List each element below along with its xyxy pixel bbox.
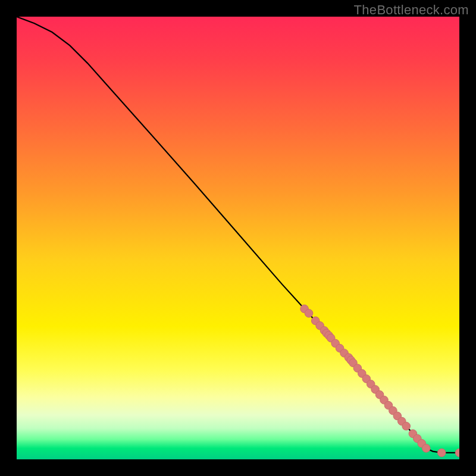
gradient-background (17, 17, 459, 459)
data-point (422, 444, 430, 453)
attribution-label: TheBottleneck.com (354, 2, 469, 18)
plot-area (17, 17, 459, 459)
chart-frame: TheBottleneck.com (0, 0, 476, 476)
data-point (305, 309, 313, 318)
data-point (402, 422, 411, 430)
chart-svg (17, 17, 459, 459)
data-point (437, 449, 446, 457)
